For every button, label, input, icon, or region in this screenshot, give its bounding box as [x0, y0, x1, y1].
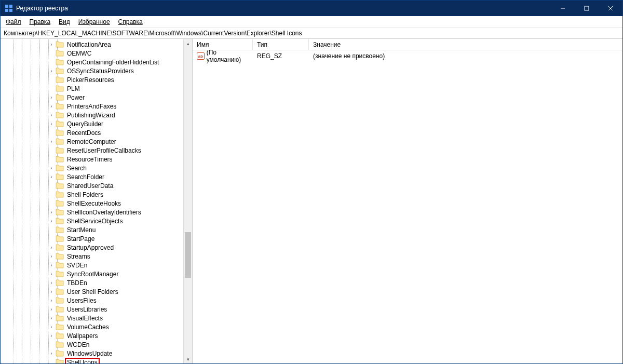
folder-icon — [56, 191, 64, 198]
main-area: ›NotificationAreaOEMWCOpenContainingFold… — [1, 39, 622, 363]
tree-item[interactable]: SharedUserData — [1, 181, 183, 190]
tree-item[interactable]: ›StartupApproved — [1, 243, 183, 252]
tree-item-label: Streams — [66, 253, 91, 260]
tree-item[interactable]: PLM — [1, 84, 183, 93]
tree-item[interactable]: ›WindowsUpdate — [1, 349, 183, 358]
expand-icon[interactable]: › — [48, 218, 55, 224]
expand-icon[interactable]: › — [48, 42, 55, 47]
tree-item[interactable]: ›SyncRootManager — [1, 269, 183, 278]
tree-item[interactable]: ›RemoteComputer — [1, 137, 183, 146]
expand-icon[interactable]: › — [48, 333, 55, 339]
expand-icon[interactable]: › — [48, 253, 55, 259]
col-data[interactable]: Значение — [309, 39, 622, 50]
expand-icon[interactable]: › — [48, 289, 55, 294]
svg-rect-3 — [9, 9, 12, 12]
col-type[interactable]: Тип — [253, 39, 309, 50]
tree-item[interactable]: StartPage — [1, 234, 183, 243]
expand-icon[interactable]: › — [48, 324, 55, 330]
registry-tree[interactable]: ›NotificationAreaOEMWCOpenContainingFold… — [1, 39, 183, 363]
tree-item[interactable]: ›NotificationArea — [1, 40, 183, 49]
expand-icon[interactable]: › — [48, 112, 55, 118]
maximize-button[interactable] — [575, 1, 599, 16]
tree-item-label: WCDEn — [66, 341, 90, 348]
expand-icon[interactable]: › — [48, 298, 55, 303]
scroll-track[interactable] — [184, 48, 192, 355]
tree-item-label: ShellIconOverlayIdentifiers — [66, 209, 142, 216]
tree-item[interactable]: Shell Icons — [1, 358, 183, 363]
tree-scrollbar[interactable]: ▴ ▾ — [183, 39, 192, 363]
tree-item[interactable]: ›ShellServiceObjects — [1, 217, 183, 225]
expand-icon[interactable]: › — [48, 306, 55, 312]
expand-icon[interactable]: › — [48, 174, 55, 180]
tree-item[interactable]: WCDEn — [1, 340, 183, 349]
tree-item[interactable]: ›Search — [1, 164, 183, 172]
tree-item[interactable]: Shell Folders — [1, 190, 183, 199]
expand-icon[interactable]: › — [48, 165, 55, 171]
tree-item[interactable]: ›UsersLibraries — [1, 305, 183, 314]
tree-item-label: RemoteComputer — [66, 138, 117, 145]
tree-item-label: SVDEn — [66, 262, 88, 269]
minimize-button[interactable] — [551, 1, 575, 16]
scroll-thumb[interactable] — [185, 232, 191, 278]
value-name: (По умолчанию) — [207, 49, 249, 63]
tree-item[interactable]: ShellExecuteHooks — [1, 199, 183, 208]
tree-item-label: QueryBuilder — [66, 120, 104, 128]
folder-icon — [56, 85, 64, 92]
tree-item-label: PickerResources — [66, 76, 115, 84]
tree-item[interactable]: OEMWC — [1, 49, 183, 58]
menu-help[interactable]: Справка — [115, 17, 146, 26]
tree-item[interactable]: ›OSSyncStatusProviders — [1, 66, 183, 75]
expand-icon[interactable]: › — [48, 280, 55, 286]
tree-item[interactable]: ›QueryBuilder — [1, 119, 183, 128]
tree-item[interactable]: StartMenu — [1, 225, 183, 234]
tree-item[interactable]: ›SearchFolder — [1, 172, 183, 181]
value-row[interactable]: ab(По умолчанию)REG_SZ(значение не присв… — [193, 51, 622, 61]
tree-item[interactable]: ›Wallpapers — [1, 331, 183, 340]
folder-icon — [56, 94, 64, 101]
expand-icon[interactable]: › — [48, 139, 55, 144]
tree-item[interactable]: RecentDocs — [1, 128, 183, 137]
folder-icon — [56, 226, 64, 234]
expand-icon[interactable]: › — [48, 271, 55, 277]
scroll-up-arrow[interactable]: ▴ — [184, 39, 192, 48]
menu-favorites[interactable]: Избранное — [75, 17, 113, 26]
tree-item[interactable]: ›PrintersAndFaxes — [1, 102, 183, 111]
expand-icon[interactable]: › — [48, 68, 55, 74]
tree-item[interactable]: ›SVDEn — [1, 261, 183, 269]
values-pane: Имя Тип Значение ab(По умолчанию)REG_SZ(… — [193, 39, 622, 363]
expand-icon[interactable]: › — [48, 262, 55, 268]
window-title: Редактор реестра — [16, 5, 551, 12]
values-list[interactable]: ab(По умолчанию)REG_SZ(значение не присв… — [193, 50, 622, 363]
tree-item-label: StartupApproved — [66, 244, 115, 251]
menu-file[interactable]: Файл — [3, 17, 24, 26]
tree-item[interactable]: ›PublishingWizard — [1, 111, 183, 119]
expand-icon[interactable]: › — [48, 245, 55, 250]
expand-icon[interactable]: › — [48, 103, 55, 109]
tree-item[interactable]: ›ShellIconOverlayIdentifiers — [1, 208, 183, 217]
tree-item[interactable]: ›TBDEn — [1, 278, 183, 287]
menu-edit[interactable]: Правка — [26, 17, 54, 26]
tree-item[interactable]: ›User Shell Folders — [1, 287, 183, 296]
folder-icon — [56, 359, 64, 364]
tree-item[interactable]: ResetUserProfileCallbacks — [1, 146, 183, 155]
tree-item[interactable]: ›Streams — [1, 252, 183, 261]
tree-item[interactable]: ›VisualEffects — [1, 314, 183, 322]
tree-item[interactable]: PickerResources — [1, 75, 183, 84]
tree-item[interactable]: ›VolumeCaches — [1, 322, 183, 331]
expand-icon[interactable]: › — [48, 209, 55, 215]
tree-item[interactable]: ResourceTimers — [1, 155, 183, 164]
expand-icon[interactable]: › — [48, 350, 55, 356]
expand-icon[interactable]: › — [48, 121, 55, 127]
address-bar[interactable]: Компьютер\HKEY_LOCAL_MACHINE\SOFTWARE\Mi… — [1, 28, 622, 39]
col-name[interactable]: Имя — [193, 39, 253, 50]
tree-item[interactable]: OpenContainingFolderHiddenList — [1, 58, 183, 66]
expand-icon[interactable]: › — [48, 95, 55, 100]
expand-icon[interactable]: › — [48, 315, 55, 321]
close-button[interactable] — [599, 1, 622, 16]
scroll-down-arrow[interactable]: ▾ — [184, 355, 192, 363]
tree-item[interactable]: ›Power — [1, 93, 183, 102]
tree-item-label: StartMenu — [66, 226, 97, 234]
tree-item[interactable]: ›UsersFiles — [1, 296, 183, 305]
menu-view[interactable]: Вид — [56, 17, 73, 26]
folder-icon — [56, 253, 64, 260]
